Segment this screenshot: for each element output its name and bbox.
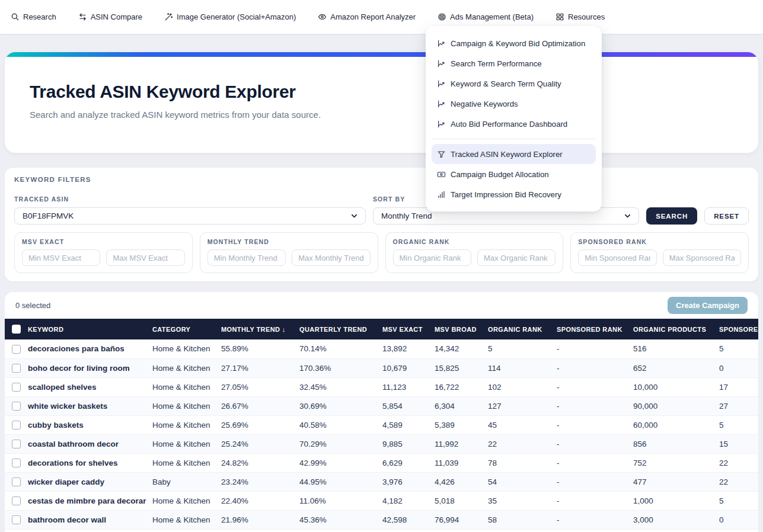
- select-all-checkbox[interactable]: [12, 325, 21, 334]
- reset-button[interactable]: RESET: [704, 207, 749, 225]
- data-cell: 652: [633, 358, 719, 377]
- data-cell: 26.67%: [221, 396, 299, 415]
- nav-item-label: Image Generator (Social+Amazon): [177, 12, 296, 21]
- row-checkbox[interactable]: [12, 477, 21, 486]
- column-header[interactable]: ORGANIC RANK: [488, 319, 557, 339]
- nav-item-label: Ads Management (Beta): [450, 12, 534, 21]
- nav-item-asin-compare[interactable]: ASIN Compare: [78, 12, 142, 21]
- data-cell: 45: [488, 415, 557, 434]
- tracked-asin-select[interactable]: B0F18FPMVK: [14, 207, 366, 225]
- top-nav: ResearchASIN CompareImage Generator (Soc…: [0, 0, 763, 34]
- data-cell: 54: [488, 472, 557, 491]
- data-cell: 11,992: [435, 434, 488, 453]
- data-cell: 40.58%: [299, 415, 382, 434]
- create-campaign-button[interactable]: Create Campaign: [668, 297, 748, 314]
- column-header[interactable]: ORGANIC PRODUCTS: [633, 319, 719, 339]
- data-cell: 516: [633, 339, 719, 358]
- keyword-cell: boho decor for living room: [28, 358, 152, 377]
- data-cell: 21.96%: [221, 510, 299, 529]
- chevron-down-icon: [351, 213, 357, 219]
- data-cell: 70.29%: [299, 434, 382, 453]
- row-checkbox[interactable]: [12, 496, 21, 505]
- search-button[interactable]: SEARCH: [646, 207, 697, 225]
- nav-item-image-generator-social-amazon[interactable]: Image Generator (Social+Amazon): [164, 12, 296, 21]
- row-checkbox[interactable]: [12, 440, 21, 448]
- row-checkbox[interactable]: [12, 383, 21, 392]
- nav-item-research[interactable]: Research: [11, 12, 56, 21]
- row-checkbox[interactable]: [12, 421, 21, 430]
- data-cell: 27.17%: [221, 358, 299, 377]
- keyword-cell: coastal bathroom decor: [28, 434, 152, 453]
- column-header[interactable]: QUARTERLY TREND: [299, 319, 382, 339]
- data-cell: 78: [488, 453, 557, 472]
- min-input[interactable]: [207, 249, 286, 266]
- data-cell: 0: [719, 358, 758, 377]
- max-input[interactable]: [477, 249, 556, 266]
- keywords-table: KEYWORDCATEGORYMONTHLY TREND ↓QUARTERLY …: [5, 319, 758, 530]
- row-checkbox[interactable]: [12, 515, 21, 524]
- page-header-card: Tracked ASIN Keyword Explorer Search and…: [5, 52, 758, 153]
- row-checkbox[interactable]: [12, 402, 21, 411]
- nav-item-amazon-report-analyzer[interactable]: Amazon Report Analyzer: [318, 12, 416, 21]
- row-checkbox[interactable]: [12, 459, 21, 467]
- data-cell: 25.24%: [221, 434, 299, 453]
- dropdown-item-search-term-performance[interactable]: Search Term Performance: [432, 53, 596, 73]
- dropdown-item-campaign-keyword-bid-optimization[interactable]: Campaign & Keyword Bid Optimization: [432, 33, 596, 53]
- data-cell: 17: [719, 377, 758, 396]
- column-header[interactable]: MSV BROAD: [435, 319, 488, 339]
- column-header[interactable]: SPONSORED: [719, 319, 758, 339]
- data-cell: Home & Kitchen: [152, 491, 221, 510]
- max-input[interactable]: [292, 249, 370, 266]
- dropdown-item-label: Campaign Budget Allocation: [451, 170, 549, 179]
- data-cell: -: [557, 491, 633, 510]
- funnel-icon: [437, 150, 446, 159]
- row-checkbox[interactable]: [12, 364, 21, 373]
- data-cell: -: [557, 472, 633, 491]
- keyword-filters-card: KEYWORD FILTERS TRACKED ASIN B0F18FPMVK …: [5, 168, 758, 281]
- banknote-icon: [437, 170, 446, 179]
- data-cell: 30.69%: [299, 396, 382, 415]
- data-cell: Home & Kitchen: [152, 358, 221, 377]
- column-header[interactable]: SPONSORED RANK: [557, 319, 633, 339]
- data-cell: 35: [488, 491, 557, 510]
- filters-section-label: KEYWORD FILTERS: [14, 176, 749, 183]
- column-header[interactable]: MSV EXACT: [382, 319, 435, 339]
- dropdown-item-tracked-asin-keyword-explorer[interactable]: Tracked ASIN Keyword Explorer: [432, 144, 596, 164]
- table-row: scalloped shelvesHome & Kitchen27.05%32.…: [5, 377, 758, 396]
- row-checkbox[interactable]: [12, 345, 21, 354]
- data-cell: 5,018: [435, 491, 488, 510]
- min-input[interactable]: [22, 249, 100, 266]
- column-header[interactable]: KEYWORD: [28, 319, 152, 339]
- dropdown-item-negative-keywords[interactable]: Negative Keywords: [432, 94, 596, 114]
- data-cell: -: [557, 434, 633, 453]
- dropdown-item-auto-bid-performance-dashboard[interactable]: Auto Bid Performance Dashboard: [432, 114, 596, 134]
- data-cell: 58: [488, 510, 557, 529]
- data-cell: 4,182: [382, 491, 435, 510]
- trend-icon: [437, 100, 446, 108]
- filter-group-label: ORGANIC RANK: [393, 238, 556, 245]
- nav-item-resources[interactable]: Resources: [556, 12, 605, 21]
- dropdown-item-campaign-budget-allocation[interactable]: Campaign Budget Allocation: [432, 164, 596, 184]
- nav-item-label: Resources: [568, 12, 605, 21]
- data-cell: 27.05%: [221, 377, 299, 396]
- data-cell: -: [557, 339, 633, 358]
- column-header[interactable]: CATEGORY: [152, 319, 221, 339]
- data-cell: 90,000: [633, 396, 719, 415]
- max-input[interactable]: [663, 249, 741, 266]
- keyword-cell: decorations for shelves: [28, 453, 152, 472]
- max-input[interactable]: [106, 249, 184, 266]
- min-input[interactable]: [578, 249, 656, 266]
- trend-icon: [437, 39, 446, 48]
- dropdown-item-label: Negative Keywords: [451, 100, 518, 108]
- data-cell: 60,000: [633, 415, 719, 434]
- dropdown-item-keyword-search-term-quality[interactable]: Keyword & Search Term Quality: [432, 73, 596, 94]
- eye-icon: [318, 12, 327, 21]
- data-cell: 11,123: [382, 377, 435, 396]
- data-cell: 9,885: [382, 434, 435, 453]
- data-cell: Home & Kitchen: [152, 377, 221, 396]
- column-header[interactable]: MONTHLY TREND ↓: [221, 319, 299, 339]
- search-icon: [11, 12, 20, 21]
- dropdown-item-target-impression-bid-recovery[interactable]: Target Impression Bid Recovery: [432, 184, 596, 204]
- nav-item-ads-management-beta[interactable]: Ads Management (Beta): [438, 12, 534, 21]
- min-input[interactable]: [393, 249, 471, 266]
